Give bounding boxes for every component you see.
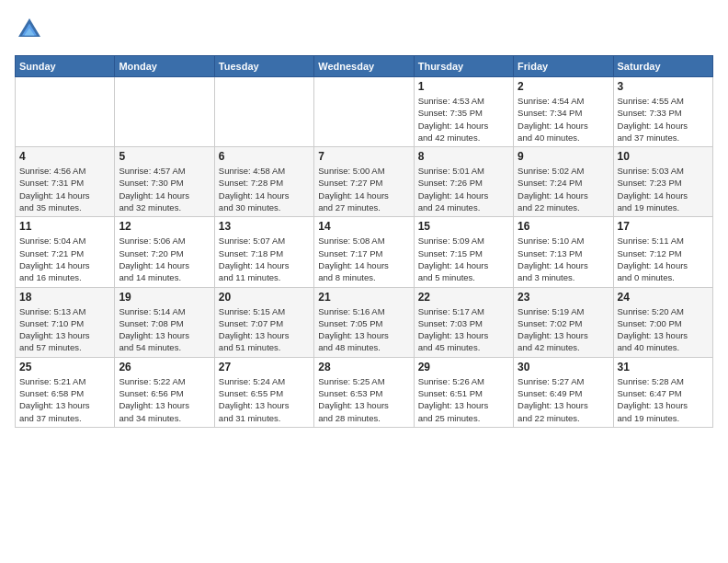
calendar-body: 1Sunrise: 4:53 AM Sunset: 7:35 PM Daylig… — [16, 77, 713, 428]
day-number: 3 — [618, 80, 709, 93]
day-cell: 13Sunrise: 5:07 AM Sunset: 7:18 PM Dayli… — [214, 217, 313, 287]
day-cell: 11Sunrise: 5:04 AM Sunset: 7:21 PM Dayli… — [16, 217, 115, 287]
day-number: 26 — [119, 361, 210, 373]
day-detail: Sunrise: 5:06 AM Sunset: 7:20 PM Dayligh… — [119, 235, 210, 283]
day-cell: 23Sunrise: 5:19 AM Sunset: 7:02 PM Dayli… — [514, 287, 613, 357]
day-cell — [115, 77, 214, 147]
day-number: 31 — [618, 361, 709, 373]
day-cell: 27Sunrise: 5:24 AM Sunset: 6:55 PM Dayli… — [214, 357, 313, 427]
day-detail: Sunrise: 5:16 AM Sunset: 7:05 PM Dayligh… — [318, 305, 409, 354]
week-row-3: 11Sunrise: 5:04 AM Sunset: 7:21 PM Dayli… — [16, 217, 713, 287]
calendar-table: SundayMondayTuesdayWednesdayThursdayFrid… — [15, 55, 713, 428]
day-number: 8 — [418, 150, 509, 163]
day-detail: Sunrise: 5:10 AM Sunset: 7:13 PM Dayligh… — [518, 235, 609, 283]
header-thursday: Thursday — [414, 56, 513, 77]
day-number: 17 — [618, 220, 709, 233]
day-cell: 12Sunrise: 5:06 AM Sunset: 7:20 PM Dayli… — [115, 217, 214, 287]
day-number: 5 — [119, 150, 210, 163]
week-row-2: 4Sunrise: 4:56 AM Sunset: 7:31 PM Daylig… — [16, 147, 713, 217]
day-cell: 26Sunrise: 5:22 AM Sunset: 6:56 PM Dayli… — [115, 357, 214, 427]
day-cell: 7Sunrise: 5:00 AM Sunset: 7:27 PM Daylig… — [314, 147, 414, 217]
day-cell: 29Sunrise: 5:26 AM Sunset: 6:51 PM Dayli… — [414, 357, 513, 427]
day-cell: 15Sunrise: 5:09 AM Sunset: 7:15 PM Dayli… — [414, 217, 513, 287]
header-friday: Friday — [514, 56, 613, 77]
day-number: 13 — [219, 220, 310, 233]
day-number: 11 — [19, 220, 110, 233]
day-number: 16 — [518, 220, 609, 233]
day-cell: 31Sunrise: 5:28 AM Sunset: 6:47 PM Dayli… — [613, 357, 712, 427]
day-number: 14 — [318, 220, 409, 233]
day-detail: Sunrise: 5:11 AM Sunset: 7:12 PM Dayligh… — [618, 235, 709, 283]
day-cell: 22Sunrise: 5:17 AM Sunset: 7:03 PM Dayli… — [414, 287, 513, 357]
day-number: 25 — [19, 361, 110, 373]
day-detail: Sunrise: 5:07 AM Sunset: 7:18 PM Dayligh… — [219, 235, 310, 283]
logo-icon — [15, 15, 44, 44]
day-cell: 16Sunrise: 5:10 AM Sunset: 7:13 PM Dayli… — [514, 217, 613, 287]
day-detail: Sunrise: 5:27 AM Sunset: 6:49 PM Dayligh… — [518, 375, 609, 424]
logo — [15, 15, 48, 44]
day-cell — [16, 77, 115, 147]
day-number: 23 — [518, 291, 609, 304]
day-detail: Sunrise: 4:54 AM Sunset: 7:34 PM Dayligh… — [518, 95, 609, 144]
header-row: SundayMondayTuesdayWednesdayThursdayFrid… — [16, 56, 713, 77]
day-detail: Sunrise: 5:01 AM Sunset: 7:26 PM Dayligh… — [418, 165, 509, 213]
day-cell: 8Sunrise: 5:01 AM Sunset: 7:26 PM Daylig… — [414, 147, 513, 217]
day-detail: Sunrise: 5:04 AM Sunset: 7:21 PM Dayligh… — [19, 235, 110, 283]
day-number: 21 — [318, 291, 409, 304]
day-cell: 10Sunrise: 5:03 AM Sunset: 7:23 PM Dayli… — [613, 147, 712, 217]
day-cell: 17Sunrise: 5:11 AM Sunset: 7:12 PM Dayli… — [613, 217, 712, 287]
day-number: 15 — [418, 220, 509, 233]
day-number: 20 — [219, 291, 310, 304]
day-number: 29 — [418, 361, 509, 373]
day-detail: Sunrise: 4:53 AM Sunset: 7:35 PM Dayligh… — [418, 95, 509, 144]
day-number: 6 — [219, 150, 310, 163]
day-number: 2 — [518, 80, 609, 93]
day-cell: 25Sunrise: 5:21 AM Sunset: 6:58 PM Dayli… — [16, 357, 115, 427]
day-detail: Sunrise: 5:15 AM Sunset: 7:07 PM Dayligh… — [219, 305, 310, 354]
day-cell: 1Sunrise: 4:53 AM Sunset: 7:35 PM Daylig… — [414, 77, 513, 147]
day-number: 9 — [518, 150, 609, 163]
day-cell — [214, 77, 313, 147]
week-row-5: 25Sunrise: 5:21 AM Sunset: 6:58 PM Dayli… — [16, 357, 713, 427]
day-detail: Sunrise: 5:14 AM Sunset: 7:08 PM Dayligh… — [119, 305, 210, 354]
day-number: 30 — [518, 361, 609, 373]
page-header — [15, 15, 713, 44]
week-row-4: 18Sunrise: 5:13 AM Sunset: 7:10 PM Dayli… — [16, 287, 713, 357]
day-number: 27 — [219, 361, 310, 373]
day-number: 1 — [418, 80, 509, 93]
day-cell — [314, 77, 414, 147]
day-detail: Sunrise: 4:57 AM Sunset: 7:30 PM Dayligh… — [119, 165, 210, 213]
day-cell: 20Sunrise: 5:15 AM Sunset: 7:07 PM Dayli… — [214, 287, 313, 357]
day-number: 28 — [318, 361, 409, 373]
header-wednesday: Wednesday — [314, 56, 414, 77]
day-detail: Sunrise: 5:03 AM Sunset: 7:23 PM Dayligh… — [618, 165, 709, 213]
day-detail: Sunrise: 4:58 AM Sunset: 7:28 PM Dayligh… — [219, 165, 310, 213]
day-cell: 19Sunrise: 5:14 AM Sunset: 7:08 PM Dayli… — [115, 287, 214, 357]
day-number: 12 — [119, 220, 210, 233]
day-cell: 28Sunrise: 5:25 AM Sunset: 6:53 PM Dayli… — [314, 357, 414, 427]
day-cell: 2Sunrise: 4:54 AM Sunset: 7:34 PM Daylig… — [514, 77, 613, 147]
day-cell: 4Sunrise: 4:56 AM Sunset: 7:31 PM Daylig… — [16, 147, 115, 217]
header-tuesday: Tuesday — [214, 56, 313, 77]
day-number: 22 — [418, 291, 509, 304]
day-detail: Sunrise: 5:24 AM Sunset: 6:55 PM Dayligh… — [219, 375, 310, 424]
calendar-header: SundayMondayTuesdayWednesdayThursdayFrid… — [16, 56, 713, 77]
day-detail: Sunrise: 5:28 AM Sunset: 6:47 PM Dayligh… — [618, 375, 709, 424]
day-detail: Sunrise: 5:26 AM Sunset: 6:51 PM Dayligh… — [418, 375, 509, 424]
day-detail: Sunrise: 5:13 AM Sunset: 7:10 PM Dayligh… — [19, 305, 110, 354]
day-detail: Sunrise: 5:19 AM Sunset: 7:02 PM Dayligh… — [518, 305, 609, 354]
day-detail: Sunrise: 5:08 AM Sunset: 7:17 PM Dayligh… — [318, 235, 409, 283]
day-detail: Sunrise: 5:20 AM Sunset: 7:00 PM Dayligh… — [618, 305, 709, 354]
day-number: 4 — [19, 150, 110, 163]
day-detail: Sunrise: 5:02 AM Sunset: 7:24 PM Dayligh… — [518, 165, 609, 213]
day-detail: Sunrise: 5:21 AM Sunset: 6:58 PM Dayligh… — [19, 375, 110, 424]
day-cell: 18Sunrise: 5:13 AM Sunset: 7:10 PM Dayli… — [16, 287, 115, 357]
header-monday: Monday — [115, 56, 214, 77]
day-cell: 21Sunrise: 5:16 AM Sunset: 7:05 PM Dayli… — [314, 287, 414, 357]
header-saturday: Saturday — [613, 56, 712, 77]
day-detail: Sunrise: 5:09 AM Sunset: 7:15 PM Dayligh… — [418, 235, 509, 283]
day-number: 7 — [318, 150, 409, 163]
day-detail: Sunrise: 4:55 AM Sunset: 7:33 PM Dayligh… — [618, 95, 709, 144]
day-detail: Sunrise: 5:00 AM Sunset: 7:27 PM Dayligh… — [318, 165, 409, 213]
day-detail: Sunrise: 4:56 AM Sunset: 7:31 PM Dayligh… — [19, 165, 110, 213]
